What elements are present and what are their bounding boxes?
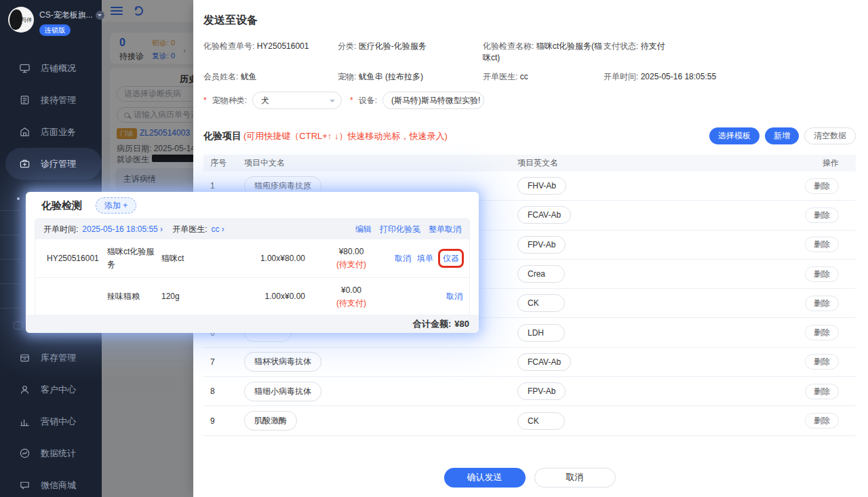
monitor-icon	[19, 62, 31, 74]
order-number: HY250516001	[42, 252, 107, 265]
item-cn-input[interactable]: 肌酸激酶	[244, 411, 297, 431]
info-label: 宠物:	[338, 72, 356, 81]
delete-row-button[interactable]: 删除	[805, 413, 839, 429]
item-en-input[interactable]: FCAV-Ab	[517, 353, 571, 371]
choose-template-button[interactable]: 选择模板	[709, 127, 760, 144]
info-label: 化验检查单号:	[203, 41, 254, 51]
table-row: 9肌酸激酶CK删除	[203, 406, 856, 435]
app-window: 0 待接诊 初诊: 0 复诊: 0 › 0 就诊 历史病历 请选择诊断疾病 请输…	[0, 0, 868, 497]
info-field: 化验检查名称: 猫咪ct化验服务(猫咪ct)	[483, 41, 604, 64]
col-chinese-name: 项目中文名	[244, 157, 517, 169]
divider	[0, 210, 20, 211]
info-label: 支付状态:	[604, 41, 638, 51]
item-cn-input[interactable]: 猫杯状病毒抗体	[244, 352, 321, 372]
clear-data-button[interactable]: 清空数据	[804, 127, 856, 144]
chevron-down-icon	[330, 100, 335, 105]
delete-row-button[interactable]: 删除	[805, 325, 839, 340]
divider	[0, 283, 20, 284]
species-value: 犬	[261, 95, 269, 106]
species-select[interactable]: 犬	[252, 92, 342, 109]
item-en-input[interactable]: CK	[517, 412, 565, 430]
qty-price: 1.00x¥80.00	[226, 252, 326, 265]
lab-test-modal: 化验检测 添加 + 开单时间: 2025-05-16 18:05:55 开单医生…	[26, 192, 479, 333]
sidebar-item-inventory[interactable]: 库存管理	[0, 342, 102, 374]
chevron-down-icon	[472, 100, 477, 105]
divider	[0, 235, 20, 235]
account-block: 与伴 CS-宠老板旗... 连锁版	[0, 0, 102, 36]
delete-row-button[interactable]: 删除	[805, 354, 839, 370]
table-row: 8猫细小病毒抗体FPV-Ab删除	[203, 377, 856, 406]
item-en-input[interactable]: CK	[517, 294, 565, 312]
device-label: 设备:	[359, 95, 377, 106]
delete-row-button[interactable]: 删除	[805, 266, 839, 282]
row-index: 1	[203, 181, 244, 191]
item-en-input[interactable]: Crea	[517, 265, 565, 283]
info-field: 会员姓名: 鱿鱼	[203, 71, 338, 83]
shortcut-hint: (可用快捷键（CTRL+↑ ↓）快速移动光标，快速录入)	[243, 130, 448, 142]
order-doctor-link[interactable]: cc	[211, 224, 224, 234]
sidebar-item-medical[interactable]: 诊疗管理	[5, 148, 102, 180]
delete-row-button[interactable]: 删除	[805, 384, 839, 399]
order-time-link[interactable]: 2025-05-16 18:05:55	[82, 224, 163, 234]
item-en-input[interactable]: FPV-Ab	[517, 382, 566, 400]
pay-status: (待支付)	[336, 260, 366, 269]
modal-total-bar: 合计金额: ¥80	[26, 315, 479, 333]
row-index: 8	[203, 386, 244, 396]
delete-row-button[interactable]: 删除	[805, 207, 839, 223]
inventory-icon	[19, 352, 31, 363]
info-value: 鱿鱼串 (拉布拉多)	[359, 72, 423, 81]
sidebar-item-wechat[interactable]: 微信商城	[0, 469, 102, 497]
sidebar-item-shop[interactable]: 店面业务	[0, 116, 102, 148]
delete-row-button[interactable]: 删除	[805, 237, 839, 252]
fill-form-link[interactable]: 填单	[417, 252, 433, 265]
sidebar-item-monitor[interactable]: 店铺概况	[0, 52, 102, 84]
order-actions: 编辑打印化验笺整单取消	[355, 224, 461, 235]
cancel-order-link[interactable]: 整单取消	[429, 224, 461, 235]
sidebar-item-marketing[interactable]: 营销中心	[0, 405, 102, 437]
info-field: 分类: 医疗化验-化验服务	[338, 41, 483, 64]
info-field: 开单医生: cc	[483, 71, 604, 83]
required-asterisk: *	[350, 96, 353, 105]
sidebar-item-label: 微信商城	[41, 479, 76, 492]
instrument-link[interactable]: 仪器	[438, 249, 464, 269]
order-doctor-label: 开单医生:	[172, 224, 207, 235]
sidebar-item-label: 客户中心	[41, 384, 76, 396]
sidebar-item-label: 店铺概况	[41, 62, 76, 75]
item-name: 辣味猫粮	[107, 290, 161, 303]
col-english-name: 项目英文名	[517, 157, 791, 169]
cancel-button[interactable]: 取消	[534, 468, 616, 488]
info-field: 化验检查单号: HY250516001	[203, 41, 338, 64]
item-en-input[interactable]: FHV-Ab	[517, 177, 566, 195]
add-item-button[interactable]: 新增	[765, 127, 799, 144]
item-en-input[interactable]: FCAV-Ab	[517, 206, 571, 224]
item-cn-input[interactable]: 猫细小病毒抗体	[244, 382, 321, 401]
item-en-input[interactable]: LDH	[517, 324, 565, 342]
divider	[0, 259, 20, 260]
item-spec: 120g	[161, 290, 226, 303]
add-lab-test-button[interactable]: 添加 +	[96, 197, 136, 214]
sidebar-item-stats[interactable]: 数据统计	[0, 437, 102, 469]
cancel-item-link[interactable]: 取消	[446, 290, 462, 303]
sidebar-item-label: 营销中心	[41, 416, 76, 428]
sidebar-item-reception[interactable]: 接待管理	[0, 84, 102, 116]
info-value: 待支付	[641, 41, 665, 51]
delete-row-button[interactable]: 删除	[805, 178, 839, 194]
footer-actions: 确认发送 取消	[203, 468, 856, 488]
order-row: HY250516001猫咪ct化验服务猫咪ct1.00x¥80.00¥80.00…	[35, 239, 469, 277]
info-label: 开单医生:	[483, 72, 517, 81]
total-amount: ¥80	[454, 319, 469, 329]
edit-link[interactable]: 编辑	[355, 224, 372, 235]
store-switch-icon[interactable]	[96, 11, 104, 20]
print-lab-slip-link[interactable]: 打印化验笺	[380, 224, 420, 235]
info-label: 化验检查名称:	[483, 41, 534, 51]
species-label: 宠物种类:	[212, 95, 247, 106]
delete-row-button[interactable]: 删除	[805, 296, 839, 311]
sidebar-item-customer[interactable]: 客户中心	[0, 374, 102, 405]
info-value: 2025-05-16 18:05:55	[641, 72, 716, 81]
cancel-item-link[interactable]: 取消	[395, 252, 411, 265]
item-en-input[interactable]: FPV-Ab	[517, 236, 566, 254]
customer-icon	[19, 384, 31, 395]
confirm-send-button[interactable]: 确认发送	[444, 468, 526, 488]
item-spec: 猫咪ct	[161, 252, 226, 265]
device-select[interactable]: (斯马特)斯马特微型实验!	[382, 92, 484, 109]
